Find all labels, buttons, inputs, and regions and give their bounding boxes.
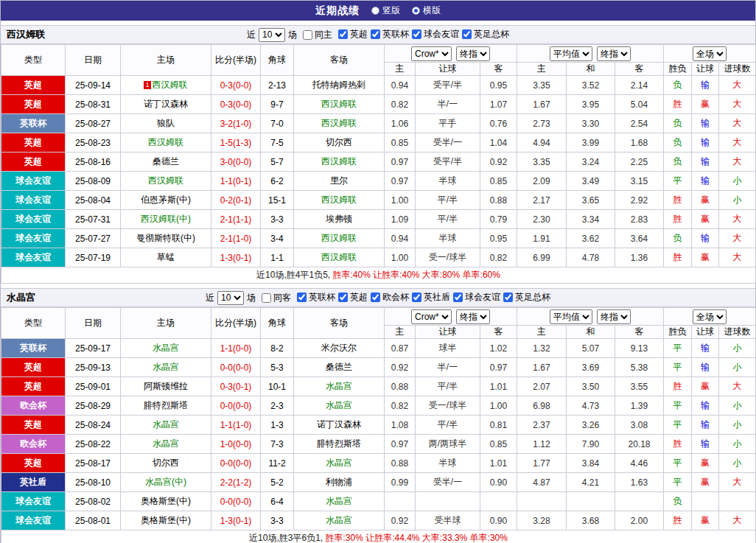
score[interactable]: 0-0(0-0) [211, 492, 261, 511]
league-filter-欧会杯[interactable]: 欧会杯 [368, 291, 409, 304]
score[interactable]: 1-1(0-0) [211, 339, 261, 358]
away-team[interactable]: 水晶宫 [294, 396, 385, 416]
away-team[interactable]: 米尔沃尔 [294, 339, 385, 358]
away-team[interactable]: 水晶宫 [294, 377, 385, 396]
score[interactable]: 1-1(0-1) [211, 172, 261, 191]
away-team[interactable]: 诺丁汉森林 [294, 416, 385, 435]
league-filter-checkbox[interactable] [503, 292, 513, 302]
league-filter-checkbox[interactable] [412, 292, 421, 302]
away-team[interactable]: 埃弗顿 [294, 210, 385, 229]
home-team[interactable]: 1西汉姆联 [121, 76, 211, 95]
home-team[interactable]: 水晶宫(中) [121, 473, 211, 492]
away-team[interactable]: 西汉姆联 [294, 229, 385, 248]
away-team[interactable]: 桑德兰 [294, 358, 385, 377]
away-team[interactable]: 西汉姆联 [294, 95, 385, 114]
away-team[interactable]: 西汉姆联 [294, 153, 385, 172]
odds-source-select[interactable]: Crow* [411, 46, 452, 61]
away-team[interactable]: 切尔西 [294, 133, 385, 153]
match-count-select[interactable]: 10 [259, 28, 285, 42]
odds-time-select[interactable]: 终指 [456, 46, 490, 61]
home-team[interactable]: 伯恩茅斯(中) [121, 191, 211, 210]
avg-source-select[interactable]: 平均值 [550, 309, 592, 324]
away-team[interactable]: 腓特烈斯塔 [294, 435, 385, 454]
result-handicap: 输 [692, 435, 719, 454]
same-venue-checkbox[interactable] [303, 30, 312, 40]
home-team[interactable]: 水晶宫 [121, 435, 211, 454]
home-team[interactable]: 腓特烈斯塔 [121, 396, 211, 416]
home-team[interactable]: 切尔西 [121, 454, 211, 473]
score[interactable]: 3-0(0-0) [211, 153, 261, 172]
score[interactable]: 1-0(0-0) [211, 435, 261, 454]
period-select[interactable]: 全场 [693, 46, 727, 61]
league-filter-checkbox[interactable] [338, 292, 348, 302]
league-filter-英超[interactable]: 英超 [335, 291, 368, 304]
home-team[interactable]: 奥格斯堡(中) [121, 492, 211, 511]
away-team[interactable]: 水晶宫 [294, 492, 385, 511]
away-team[interactable]: 利物浦 [294, 473, 385, 492]
avg-time-select[interactable]: 终指 [597, 46, 631, 61]
league-filter-球会友谊[interactable]: 球会友谊 [450, 291, 500, 304]
score[interactable]: 0-3(0-1) [211, 377, 261, 396]
league-filter-checkbox[interactable] [453, 292, 463, 302]
home-team[interactable]: 西汉姆联(中) [121, 210, 211, 229]
away-team[interactable]: 托特纳姆热刺 [294, 76, 385, 95]
home-team[interactable]: 诺丁汉森林 [121, 95, 211, 114]
score[interactable]: 1-5(1-3) [211, 133, 261, 153]
period-select[interactable]: 全场 [693, 309, 727, 324]
score[interactable]: 1-3(0-1) [211, 248, 261, 267]
score[interactable]: 0-3(0-0) [211, 76, 261, 95]
home-team[interactable]: 奥格斯堡(中) [121, 511, 211, 530]
league-filter-英足总杯[interactable]: 英足总杯 [500, 291, 550, 304]
score[interactable]: 1-1(1-0) [211, 416, 261, 435]
match-count-select[interactable]: 10 [217, 291, 244, 305]
league-filter-checkbox[interactable] [371, 29, 380, 39]
home-team[interactable]: 阿斯顿维拉 [121, 377, 211, 396]
home-team[interactable]: 水晶宫 [121, 358, 211, 377]
layout-radio-horizontal[interactable]: 横版 [412, 4, 441, 17]
home-team[interactable]: 西汉姆联 [121, 172, 211, 191]
avg-source-select[interactable]: 平均值 [550, 46, 592, 61]
odds-time-select[interactable]: 终指 [456, 309, 490, 324]
league-filter-checkbox[interactable] [297, 292, 307, 302]
home-team[interactable]: 狼队 [121, 114, 211, 133]
same-venue-filter[interactable]: 同客 [259, 292, 291, 304]
home-team[interactable]: 草蜢 [121, 248, 211, 267]
avg-time-select[interactable]: 终指 [597, 309, 631, 324]
league-filter-英超[interactable]: 英超 [335, 28, 368, 41]
odds-source-select[interactable]: Crow* [411, 309, 452, 324]
home-team[interactable]: 水晶宫 [121, 416, 211, 435]
away-team[interactable]: 水晶宫 [294, 511, 385, 530]
league-filter-英联杯[interactable]: 英联杯 [368, 28, 409, 41]
score[interactable]: 0-0(0-0) [211, 454, 261, 473]
league-filter-英足总杯[interactable]: 英足总杯 [459, 28, 509, 41]
score[interactable]: 2-1(1-1) [211, 210, 261, 229]
score[interactable]: 2-2(1-2) [211, 473, 261, 492]
away-team[interactable]: 西汉姆联 [294, 191, 385, 210]
away-team[interactable]: 西汉姆联 [294, 248, 385, 267]
score[interactable]: 0-0(0-0) [211, 358, 261, 377]
league-filter-checkbox[interactable] [371, 292, 380, 302]
league-filter-checkbox[interactable] [338, 29, 348, 39]
same-venue-filter[interactable]: 同主 [300, 29, 332, 41]
league-filter-英社盾[interactable]: 英社盾 [409, 291, 450, 304]
league-filter-checkbox[interactable] [412, 29, 421, 39]
score[interactable]: 0-2(0-1) [211, 191, 261, 210]
score[interactable]: 1-3(0-1) [211, 511, 261, 530]
home-team[interactable]: 西汉姆联 [121, 133, 211, 153]
away-team[interactable]: 里尔 [294, 172, 385, 191]
away-team[interactable]: 水晶宫 [294, 454, 385, 473]
home-team[interactable]: 桑德兰 [121, 153, 211, 172]
league-filter-球会友谊[interactable]: 球会友谊 [409, 28, 459, 41]
away-team[interactable]: 西汉姆联 [294, 114, 385, 133]
score[interactable]: 3-2(1-0) [211, 114, 261, 133]
same-venue-checkbox[interactable] [262, 293, 271, 303]
score[interactable]: 2-1(1-0) [211, 229, 261, 248]
result-handicap: 输 [692, 358, 719, 377]
score[interactable]: 0-0(0-0) [211, 396, 261, 416]
home-team[interactable]: 水晶宫 [121, 339, 211, 358]
home-team[interactable]: 曼彻斯特联(中) [121, 229, 211, 248]
league-filter-英联杯[interactable]: 英联杯 [294, 291, 335, 304]
score[interactable]: 0-3(0-0) [211, 95, 261, 114]
layout-radio-vertical[interactable]: 竖版 [371, 4, 400, 17]
league-filter-checkbox[interactable] [462, 29, 472, 39]
